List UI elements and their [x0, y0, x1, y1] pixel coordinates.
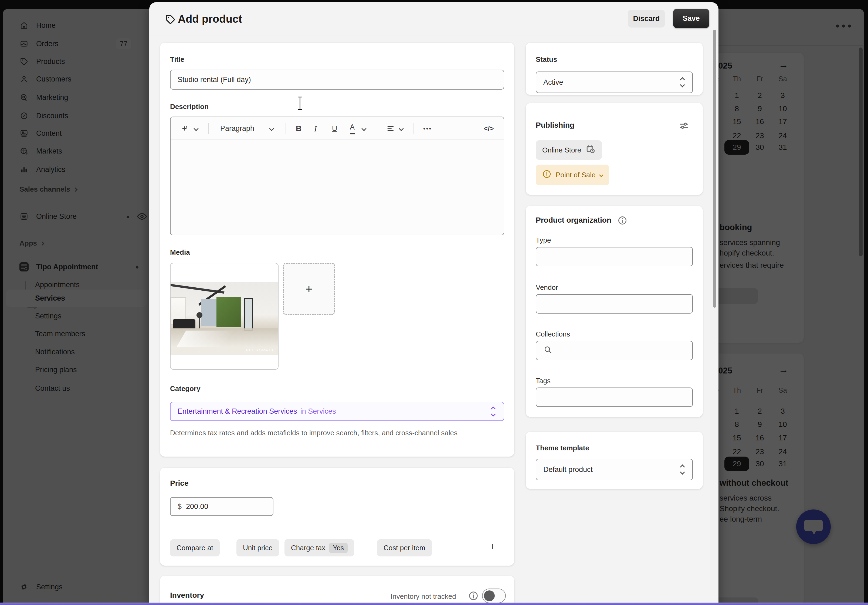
code-view-button[interactable]: </>: [484, 117, 494, 140]
status-card: Status Active: [526, 43, 703, 95]
toggle-knob: [484, 590, 495, 601]
add-product-modal: Add product Discard Save Title Descripti…: [149, 2, 718, 605]
more-options-button[interactable]: •••: [423, 117, 432, 140]
modal-scrollbar[interactable]: [713, 30, 716, 308]
add-media-button[interactable]: +: [283, 263, 335, 315]
underline-button[interactable]: U: [332, 117, 337, 140]
photo-watermark: PEERSPACE: [246, 348, 275, 352]
category-label: Category: [170, 385, 200, 393]
theme-template-value: Default product: [543, 466, 593, 474]
inventory-card: Inventory Inventory not tracked: [160, 576, 514, 605]
status-select[interactable]: Active: [536, 71, 693, 93]
card-divider: [160, 529, 514, 529]
studio-photo: PEERSPACE: [170, 282, 278, 355]
info-icon: [468, 591, 479, 602]
collections-input[interactable]: [536, 341, 693, 360]
modal-title: Add product: [178, 13, 242, 25]
price-input[interactable]: $ 200.00: [170, 497, 273, 516]
toolbar-divider: [285, 123, 286, 134]
bold-button[interactable]: B: [296, 117, 301, 140]
updown-chevron-icon: [491, 407, 495, 416]
type-input[interactable]: [536, 247, 693, 266]
theme-template-label: Theme template: [536, 444, 589, 452]
product-details-card: Title Description Paragraph B I U: [160, 43, 514, 456]
category-help-text: Determines tax rates and adds metafields…: [170, 428, 490, 438]
editor-toolbar: Paragraph B I U A ••• </>: [170, 117, 504, 140]
sliders-icon[interactable]: [679, 120, 689, 132]
type-input-field[interactable]: [543, 252, 685, 261]
theme-template-select[interactable]: Default product: [536, 459, 693, 480]
price-card: Price $ 200.00 Compare at Unit price Cha…: [160, 468, 514, 566]
price-value: 200.00: [186, 503, 208, 511]
discard-button[interactable]: Discard: [628, 10, 665, 28]
title-input[interactable]: [170, 70, 504, 90]
category-select[interactable]: Entertainment & Recreation Services in S…: [170, 402, 504, 421]
title-label: Title: [170, 55, 184, 64]
tags-label: Tags: [536, 377, 550, 385]
calendar-clock-icon: [586, 144, 595, 156]
vendor-label: Vendor: [536, 283, 558, 292]
currency-symbol: $: [178, 503, 181, 511]
product-organization-card: Product organization Type Vendor Collect…: [526, 206, 703, 417]
chevron-down-icon: [599, 173, 603, 177]
bottom-purple-bar: [0, 603, 868, 605]
price-label: Price: [170, 479, 189, 487]
vendor-input-field[interactable]: [543, 300, 685, 308]
save-button[interactable]: Save: [673, 9, 709, 28]
status-label: Status: [536, 55, 557, 64]
collections-input-field[interactable]: [557, 347, 685, 355]
organization-label: Product organization: [536, 216, 611, 224]
inventory-status-label: Inventory not tracked: [391, 592, 456, 601]
toolbar-divider: [208, 123, 209, 134]
ai-sparkle-icon[interactable]: [180, 117, 188, 140]
paragraph-style-dropdown[interactable]: Paragraph: [220, 117, 254, 140]
charge-tax-chip[interactable]: Charge tax Yes: [284, 539, 354, 556]
text-cursor: [297, 96, 303, 110]
description-editor[interactable]: Paragraph B I U A ••• </>: [170, 116, 504, 235]
unit-price-chip[interactable]: Unit price: [236, 539, 279, 556]
category-value: Entertainment & Recreation Services: [178, 407, 297, 416]
charge-tax-value: Yes: [329, 543, 348, 553]
tags-input-field[interactable]: [543, 393, 685, 402]
title-input-field[interactable]: [178, 76, 497, 84]
chevron-down-icon[interactable]: [362, 117, 366, 140]
chevron-down-icon[interactable]: [270, 117, 273, 140]
chevron-down-icon[interactable]: [492, 544, 493, 549]
search-icon: [543, 345, 552, 356]
channel-online-store-pill[interactable]: Online Store: [536, 140, 602, 160]
description-body[interactable]: [170, 141, 504, 235]
description-label: Description: [170, 102, 209, 111]
chevron-down-icon[interactable]: [194, 117, 198, 140]
channel-pos-pill[interactable]: Point of Sale: [536, 165, 609, 185]
inventory-label: Inventory: [170, 591, 204, 600]
warning-icon: [542, 169, 552, 181]
toolbar-divider: [377, 123, 377, 134]
publishing-label: Publishing: [536, 121, 574, 130]
type-label: Type: [536, 236, 551, 244]
updown-chevron-icon: [681, 78, 684, 87]
collections-label: Collections: [536, 330, 570, 338]
chevron-down-icon[interactable]: [400, 117, 403, 140]
updown-chevron-icon: [681, 465, 684, 474]
media-thumbnail[interactable]: PEERSPACE: [170, 263, 279, 370]
theme-template-card: Theme template Default product: [526, 432, 703, 489]
toolbar-divider: [413, 123, 414, 134]
product-tag-icon: [165, 14, 176, 26]
text-color-button[interactable]: A: [350, 122, 355, 135]
compare-at-chip[interactable]: Compare at: [170, 539, 220, 556]
modal-header: Add product Discard Save: [149, 2, 718, 36]
plus-icon: +: [305, 282, 313, 296]
category-context: in Services: [301, 407, 336, 416]
status-value: Active: [543, 78, 563, 87]
vendor-input[interactable]: [536, 294, 693, 314]
media-label: Media: [170, 248, 190, 257]
align-icon[interactable]: [386, 117, 395, 140]
info-icon: [617, 216, 627, 226]
inventory-tracked-toggle[interactable]: [482, 588, 506, 603]
italic-button[interactable]: I: [314, 117, 317, 140]
tags-input[interactable]: [536, 387, 693, 407]
screen: Home Orders 77 Products Customers Market…: [0, 0, 868, 605]
publishing-card: Publishing Online Store Point of Sale: [526, 103, 703, 195]
cost-per-item-chip[interactable]: Cost per item: [377, 539, 432, 556]
